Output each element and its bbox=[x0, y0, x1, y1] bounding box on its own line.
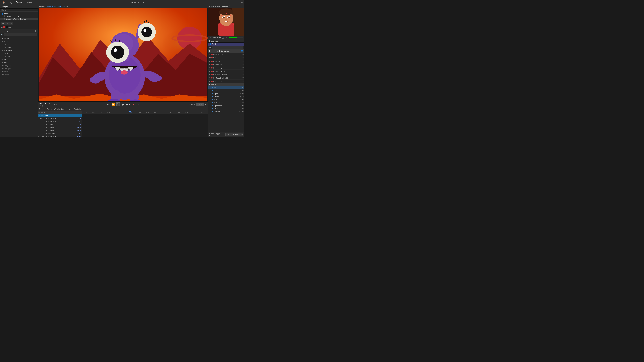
tree-item-scene-keyframes[interactable]: 🎬 Scene - With Keyframes bbox=[0, 17, 38, 20]
tab-history[interactable]: History bbox=[10, 5, 18, 8]
face-visibility[interactable]: 👁 bbox=[209, 57, 211, 59]
film-icon-btn[interactable]: 🎞 bbox=[1, 22, 5, 25]
replay-lower[interactable]: Lower 3.6s bbox=[208, 107, 244, 110]
physics-menu[interactable]: ≡ bbox=[242, 63, 244, 66]
time-039: 0:39 bbox=[203, 114, 206, 114]
physics-visibility[interactable]: 👁 bbox=[209, 63, 211, 65]
folder-icon-btn[interactable]: □ bbox=[5, 22, 9, 25]
nav-home[interactable]: 🏠 bbox=[2, 1, 6, 4]
arrow-left[interactable]: ◀ bbox=[1, 26, 2, 28]
mars-visibility[interactable]: 👁 bbox=[209, 80, 211, 82]
play-record-btn[interactable]: ▶⏺ bbox=[126, 102, 130, 106]
trigger-search-bar: 🔍 bbox=[0, 33, 38, 37]
replay-jumpback[interactable]: Jumpback 3.7s bbox=[208, 101, 244, 104]
cloud2-menu[interactable]: ≡ bbox=[242, 73, 244, 76]
nav-record[interactable]: Record bbox=[15, 1, 23, 4]
sync-btn[interactable]: ⟳ bbox=[188, 103, 190, 106]
settings-btn[interactable]: ⚙ bbox=[191, 103, 193, 106]
triggers-expand[interactable]: ▶ bbox=[213, 67, 215, 69]
mars-label: Mars [planet] bbox=[215, 80, 242, 82]
lip-sync-menu[interactable]: ≡ bbox=[242, 60, 244, 62]
replay-planet[interactable]: Planet 6.1s bbox=[208, 95, 244, 98]
trigger-position[interactable]: ▼ ⊙ Position bbox=[0, 49, 38, 52]
trigger-in[interactable]: ⊙ In bbox=[0, 52, 38, 55]
camera-menu-icon[interactable]: ☰ bbox=[228, 5, 230, 7]
timeline-menu-icon[interactable]: ☰ bbox=[69, 108, 70, 110]
tab-project[interactable]: Project bbox=[1, 5, 10, 8]
alien-expand[interactable]: ▶ bbox=[213, 70, 215, 72]
replay-jump[interactable]: Jump 1.2s bbox=[208, 98, 244, 101]
replay-clouds[interactable]: Clouds 87.9s bbox=[208, 110, 244, 113]
track-row-alien-posy: . ▶ Position Y -92 bbox=[38, 120, 82, 123]
triggers-visibility[interactable]: 👁 bbox=[209, 67, 211, 69]
properties-search-input[interactable] bbox=[212, 46, 243, 49]
mic-icon[interactable]: 🎙 bbox=[226, 36, 228, 38]
cloud1-menu[interactable]: ≡ bbox=[242, 77, 244, 79]
trigger-lid-sub[interactable]: ⊙ Lid bbox=[0, 43, 38, 46]
tree-item-scene-schizzler[interactable]: 🎬 Scene - Schizzler bbox=[0, 15, 38, 17]
replay-out-dot bbox=[212, 90, 213, 91]
eye-gaze-visibility[interactable]: 👁 bbox=[209, 53, 211, 55]
alien-dot bbox=[211, 70, 213, 72]
physics-expand[interactable]: ▶ bbox=[213, 63, 215, 65]
scene-menu-icon[interactable]: ☰ bbox=[66, 5, 68, 7]
eye-gaze-menu[interactable]: ≡ bbox=[242, 53, 244, 56]
track-scalex-label: Scale X bbox=[48, 127, 76, 129]
playhead[interactable] bbox=[130, 111, 130, 137]
trigger-spin[interactable]: ⊙ Spin bbox=[0, 58, 38, 61]
camera-icon-btn[interactable]: ⊙ bbox=[10, 22, 13, 25]
controls-tab[interactable]: Controls bbox=[74, 108, 81, 110]
behavior-alien: 👁 ▶ Alien [Alien] ≡ bbox=[208, 69, 244, 73]
lip-sync-expand[interactable]: ▶ bbox=[213, 60, 215, 62]
tree-item-schizzler[interactable]: 👤 Schizzler bbox=[0, 12, 38, 15]
replay-spinback[interactable]: Spinback 2s bbox=[208, 104, 244, 107]
play-btn[interactable]: ▶ bbox=[122, 102, 126, 106]
mars-menu[interactable]: ≡ bbox=[242, 80, 244, 82]
lip-sync-visibility[interactable]: 👁 bbox=[209, 60, 211, 62]
cloud2-expand[interactable]: ▶ bbox=[213, 73, 215, 75]
mic-level bbox=[228, 36, 243, 38]
replay-in[interactable]: In 2.8s bbox=[208, 86, 244, 89]
nav-stream[interactable]: Stream bbox=[26, 1, 34, 4]
alien-menu[interactable]: ≡ bbox=[242, 70, 244, 72]
trigger-backspin[interactable]: ⊙ Backspin bbox=[0, 67, 38, 70]
nav-rig[interactable]: Rig bbox=[8, 1, 12, 4]
track-row-scale: . ▶ Scale 87 % bbox=[38, 123, 82, 126]
trigger-lower[interactable]: ⊙ Lower bbox=[0, 70, 38, 73]
window-icon[interactable]: ⎋ bbox=[241, 1, 242, 3]
stop-btn[interactable]: ⬛ bbox=[116, 102, 120, 106]
face-menu[interactable]: ≡ bbox=[242, 57, 244, 59]
camera-icon-rest[interactable]: 📷 bbox=[222, 36, 224, 38]
trigger-jump[interactable]: ⊙ Jump bbox=[0, 61, 38, 64]
trigger-search-input[interactable] bbox=[4, 33, 36, 36]
replay-spin[interactable]: Spin 0.9s bbox=[208, 92, 244, 95]
expand-btn[interactable]: ⊞ bbox=[194, 103, 196, 106]
replay-lower-dot bbox=[212, 108, 213, 109]
cloud2-visibility[interactable]: 👁 bbox=[209, 73, 211, 75]
record-btn[interactable]: ⏺ bbox=[132, 102, 136, 106]
set-rest-pose-btn[interactable]: Set Rest Pose bbox=[209, 36, 221, 38]
mars-expand[interactable]: ▶ bbox=[213, 80, 215, 82]
cloud1-visibility[interactable]: 👁 bbox=[209, 77, 211, 79]
behaviors-icon[interactable]: 👤 bbox=[241, 50, 243, 52]
properties-menu-icon[interactable]: ☰ bbox=[218, 40, 220, 42]
svg-point-63 bbox=[219, 24, 220, 25]
add-trigger-btn[interactable]: + bbox=[35, 30, 36, 32]
replay-out[interactable]: Out 2.9s bbox=[208, 89, 244, 92]
cloud1-expand[interactable]: ▶ bbox=[213, 77, 215, 79]
trigger-lid[interactable]: ▼ ⊙ Lid bbox=[0, 40, 38, 43]
rewind-btn[interactable]: ⏪ bbox=[111, 102, 116, 106]
ruler-tick-890: 890 bbox=[178, 112, 180, 113]
trigger-out[interactable]: ⊙ Out bbox=[0, 55, 38, 58]
eye-gaze-expand[interactable]: ▶ bbox=[213, 53, 215, 55]
go-to-start-btn[interactable]: ⏮ bbox=[106, 102, 110, 106]
face-expand[interactable]: ▶ bbox=[213, 57, 215, 59]
trigger-backjump[interactable]: ⊙ Backjump bbox=[0, 64, 38, 67]
trigger-open[interactable]: ⊙ Open bbox=[0, 46, 38, 49]
triggers-menu[interactable]: ≡ bbox=[242, 67, 244, 69]
alien-visibility[interactable]: 👁 bbox=[209, 70, 211, 72]
when-trigger-row: When Trigger Ends Let replay finish bbox=[208, 132, 244, 137]
when-trigger-select[interactable]: Let replay finish bbox=[226, 133, 243, 136]
trigger-clouds[interactable]: ⊙ Clouds bbox=[0, 73, 38, 76]
zoom-dropdown-btn[interactable]: ▼ bbox=[204, 103, 206, 106]
